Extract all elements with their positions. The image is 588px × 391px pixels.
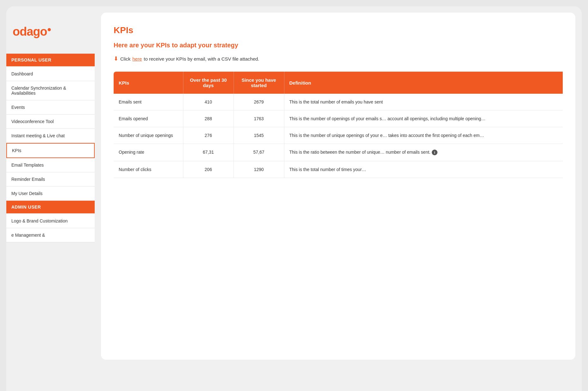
cell-kpi: Opening rate <box>114 144 183 161</box>
cell-since: 1290 <box>234 161 284 178</box>
table-row: Emails opened2881763This is the number o… <box>114 110 563 127</box>
cell-kpi: Number of clicks <box>114 161 183 178</box>
sidebar-item-dashboard[interactable]: Dashboard <box>6 67 95 81</box>
cell-definition: This is the ratio between the number of … <box>284 144 563 161</box>
sidebar: PERSONAL USER Dashboard Calendar Synchro… <box>6 54 95 391</box>
sidebar-item-management[interactable]: e Management & <box>6 228 95 242</box>
sidebar-item-reminder-emails[interactable]: Reminder Emails <box>6 172 95 187</box>
table-row: Opening rate67,3157,67This is the ratio … <box>114 144 563 161</box>
sidebar-item-videoconference[interactable]: Videoconference Tool <box>6 115 95 129</box>
cell-past30: 276 <box>183 127 234 144</box>
cell-since: 1545 <box>234 127 284 144</box>
cell-since: 1763 <box>234 110 284 127</box>
sidebar-item-calendar[interactable]: Calendar Synchronization & Availabilitie… <box>6 81 95 100</box>
csv-line: ⬇ Click here to receive your KPIs by ema… <box>114 55 563 62</box>
info-icon[interactable]: i <box>432 150 437 155</box>
logo-dot <box>48 28 51 31</box>
th-since: Since you have started <box>234 72 284 94</box>
table-row: Emails sent4102679This is the total numb… <box>114 94 563 110</box>
sidebar-item-email-templates[interactable]: Email Templates <box>6 158 95 172</box>
csv-text-after: to receive your KPIs by email, with a CS… <box>144 56 259 62</box>
cell-past30: 67,31 <box>183 144 234 161</box>
cell-definition: This is the total number of times your… <box>284 161 563 178</box>
sidebar-item-logo-brand[interactable]: Logo & Brand Customization <box>6 214 95 228</box>
cell-kpi: Emails opened <box>114 110 183 127</box>
cell-definition: This is the number of unique openings of… <box>284 127 563 144</box>
table-row: Number of unique openings2761545This is … <box>114 127 563 144</box>
cell-past30: 206 <box>183 161 234 178</box>
sidebar-section-admin: ADMIN USER <box>6 201 95 213</box>
page-title: KPIs <box>114 25 563 35</box>
cell-definition: This is the number of openings of your e… <box>284 110 563 127</box>
cell-since: 57,67 <box>234 144 284 161</box>
kpi-table: KPIs Over the past 30 days Since you hav… <box>114 72 563 178</box>
logo-text: odago <box>13 25 47 38</box>
sidebar-item-my-user-details[interactable]: My User Details <box>6 187 95 201</box>
sidebar-section-personal: PERSONAL USER <box>6 54 95 66</box>
cell-kpi: Number of unique openings <box>114 127 183 144</box>
sidebar-item-events[interactable]: Events <box>6 100 95 115</box>
th-kpis: KPIs <box>114 72 183 94</box>
sidebar-item-instant-meeting[interactable]: Instant meeting & Live chat <box>6 129 95 143</box>
cell-since: 2679 <box>234 94 284 110</box>
cell-definition: This is the total number of emails you h… <box>284 94 563 110</box>
table-header-row: KPIs Over the past 30 days Since you hav… <box>114 72 563 94</box>
sidebar-item-kpis[interactable]: KPIs <box>6 143 95 158</box>
table-row: Number of clicks2061290This is the total… <box>114 161 563 178</box>
th-past30: Over the past 30 days <box>183 72 234 94</box>
left-panel: odago PERSONAL USER Dashboard Calendar S… <box>6 6 95 391</box>
cell-past30: 288 <box>183 110 234 127</box>
csv-text-before: Click <box>120 56 131 62</box>
app-container: odago PERSONAL USER Dashboard Calendar S… <box>6 6 582 391</box>
logo-area: odago <box>6 6 95 54</box>
main-area: KPIs Here are your KPIs to adapt your st… <box>95 6 582 391</box>
subtitle: Here are your KPIs to adapt your strateg… <box>114 42 563 49</box>
logo: odago <box>13 25 51 39</box>
content-card: KPIs Here are your KPIs to adapt your st… <box>101 13 575 360</box>
cell-past30: 410 <box>183 94 234 110</box>
cell-kpi: Emails sent <box>114 94 183 110</box>
th-definition: Definition <box>284 72 563 94</box>
csv-link[interactable]: here <box>133 56 142 62</box>
download-icon: ⬇ <box>114 55 118 62</box>
